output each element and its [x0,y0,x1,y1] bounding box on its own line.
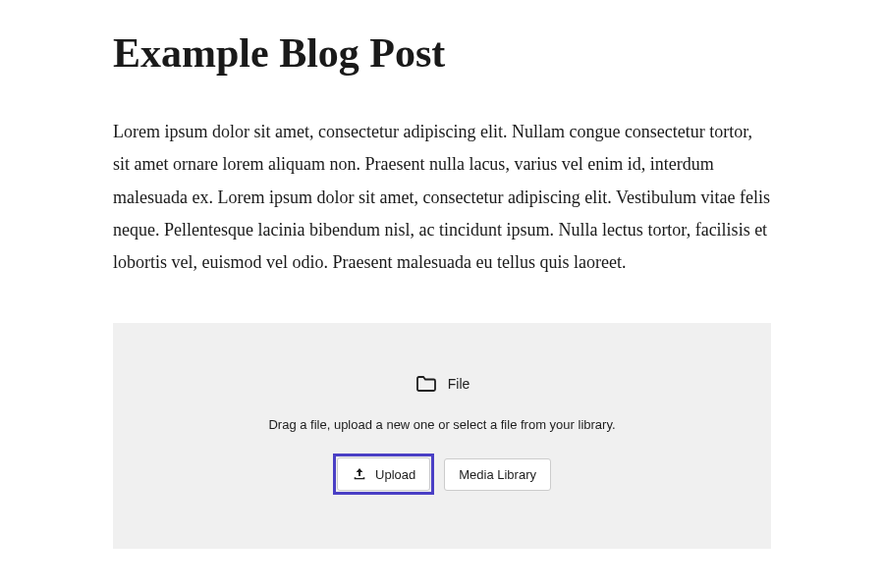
media-library-button-label: Media Library [459,467,536,482]
editor-content: Example Blog Post Lorem ipsum dolor sit … [0,0,884,549]
file-icon [414,372,438,396]
upload-icon [352,466,367,482]
file-block-placeholder[interactable]: File Drag a file, upload a new one or se… [113,323,771,549]
file-block-header: File [133,372,751,396]
upload-button-highlight: Upload [333,454,434,495]
post-title[interactable]: Example Blog Post [113,29,771,77]
post-body-paragraph[interactable]: Lorem ipsum dolor sit amet, consectetur … [113,116,771,279]
upload-button-label: Upload [375,467,415,482]
media-library-button[interactable]: Media Library [444,458,551,491]
file-block-buttons: Upload Media Library [133,454,751,495]
upload-button[interactable]: Upload [337,457,430,491]
file-block-instructions: Drag a file, upload a new one or select … [133,417,751,432]
file-block-label: File [448,376,470,392]
